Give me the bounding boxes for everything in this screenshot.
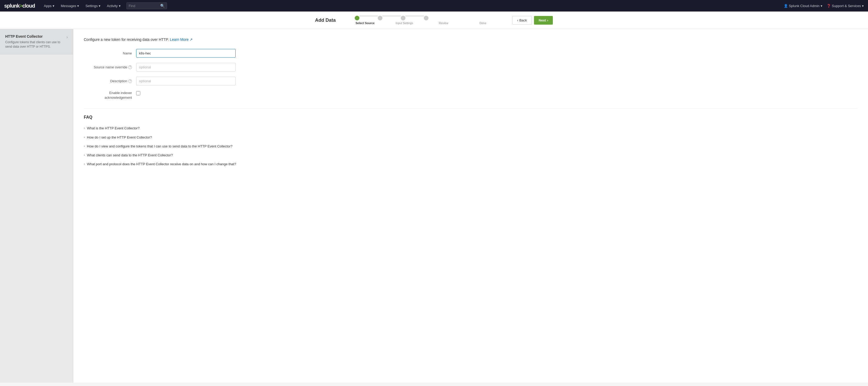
admin-dropdown-icon: ▾ xyxy=(820,4,823,8)
activity-label: Activity xyxy=(107,4,118,8)
wizard-header: Add Data Select Source Input Settings xyxy=(0,11,868,29)
step-label-review: Review xyxy=(433,22,454,25)
sidebar-chevron-icon: › xyxy=(66,35,68,39)
sidebar-item-content: HTTP Event Collector Configure tokens th… xyxy=(5,34,66,49)
learn-more-link[interactable]: Learn More ↗ xyxy=(170,37,193,42)
step-done xyxy=(424,16,429,21)
back-arrow-icon: ‹ xyxy=(517,18,518,22)
faq-chevron-1: › xyxy=(84,136,85,139)
step-dot-input-settings xyxy=(378,16,382,21)
faq-chevron-0: › xyxy=(84,126,85,130)
step-input-settings xyxy=(378,16,382,21)
step-connector-3 xyxy=(405,16,424,16)
faq-text-4: What port and protocol does the HTTP Eve… xyxy=(87,162,236,167)
next-arrow-icon: › xyxy=(547,18,548,22)
faq-item-3[interactable]: › What clients can send data to the HTTP… xyxy=(84,151,858,160)
name-label: Name xyxy=(84,51,136,55)
step-connector-2 xyxy=(382,16,401,16)
nav-items: Apps ▾ Messages ▾ Settings ▾ Activity ▾ … xyxy=(41,2,783,9)
content-intro: Configure a new token for receiving data… xyxy=(84,37,858,42)
description-help-icon[interactable]: ? xyxy=(128,79,132,83)
apps-label: Apps xyxy=(44,4,52,8)
sidebar-http-event-collector[interactable]: HTTP Event Collector Configure tokens th… xyxy=(0,29,73,55)
faq-text-2: How do I view and configure the tokens t… xyxy=(87,144,232,149)
content-area: Configure a new token for receiving data… xyxy=(73,29,868,383)
sidebar-item-title: HTTP Event Collector xyxy=(5,34,66,38)
splunk-logo[interactable]: splunk>cloud xyxy=(4,3,35,9)
description-label: Description ? xyxy=(84,79,136,83)
name-label-text: Name xyxy=(123,51,132,55)
faq-item-0[interactable]: › What is the HTTP Event Collector? xyxy=(84,124,858,133)
source-name-override-input[interactable] xyxy=(136,63,236,71)
description-input[interactable] xyxy=(136,77,236,85)
wizard-actions: ‹ Back Next › xyxy=(512,16,553,25)
faq-item-1[interactable]: › How do I set up the HTTP Event Collect… xyxy=(84,133,858,142)
faq-chevron-4: › xyxy=(84,162,85,166)
learn-more-text: Learn More xyxy=(170,37,189,42)
support-menu[interactable]: ❓ Support & Services ▾ xyxy=(827,4,864,8)
sidebar: HTTP Event Collector Configure tokens th… xyxy=(0,29,73,383)
external-link-icon: ↗ xyxy=(189,37,193,42)
step-label-done: Done xyxy=(472,22,493,25)
next-button[interactable]: Next › xyxy=(534,16,553,25)
faq-title: FAQ xyxy=(84,115,858,120)
enable-indexer-label: Enable indexer acknowledgement xyxy=(84,91,136,100)
question-icon: ❓ xyxy=(827,4,831,8)
messages-label: Messages xyxy=(61,4,76,8)
steps-labels: Select Source Input Settings Review Done xyxy=(355,21,493,25)
enable-indexer-group: Enable indexer acknowledgement xyxy=(84,91,858,100)
enable-indexer-label-line2: acknowledgement xyxy=(104,96,132,99)
messages-dropdown-icon: ▾ xyxy=(77,4,79,8)
sidebar-item-description: Configure tokens that clients can use to… xyxy=(5,40,66,49)
activity-menu[interactable]: Activity ▾ xyxy=(104,2,123,9)
search-input[interactable] xyxy=(129,4,160,8)
faq-item-2[interactable]: › How do I view and configure the tokens… xyxy=(84,142,858,151)
main-layout: HTTP Event Collector Configure tokens th… xyxy=(0,29,868,383)
faq-section: FAQ › What is the HTTP Event Collector? … xyxy=(84,109,858,169)
source-name-label: Source name override ? xyxy=(84,65,136,69)
steps-circles xyxy=(355,16,493,21)
faq-text-3: What clients can send data to the HTTP E… xyxy=(87,153,173,158)
step-label-input-settings: Input Settings xyxy=(394,22,415,25)
enable-indexer-label-line1: Enable indexer xyxy=(109,91,132,95)
messages-menu[interactable]: Messages ▾ xyxy=(58,2,82,9)
admin-label: Splunk Cloud Admin xyxy=(789,4,819,8)
faq-text-1: How do I set up the HTTP Event Collector… xyxy=(87,135,152,140)
step-select-source xyxy=(355,16,360,21)
intro-text: Configure a new token for receiving data… xyxy=(84,37,169,42)
settings-dropdown-icon: ▾ xyxy=(99,4,100,8)
faq-text-0: What is the HTTP Event Collector? xyxy=(87,126,140,131)
settings-label: Settings xyxy=(85,4,98,8)
settings-menu[interactable]: Settings ▾ xyxy=(83,2,103,9)
apps-menu[interactable]: Apps ▾ xyxy=(41,2,57,9)
faq-chevron-2: › xyxy=(84,144,85,148)
top-navigation: splunk>cloud Apps ▾ Messages ▾ Settings … xyxy=(0,0,868,11)
wizard-title: Add Data xyxy=(315,18,336,23)
source-name-override-group: Source name override ? xyxy=(84,63,858,71)
user-icon: 👤 xyxy=(784,4,788,8)
step-connector-1 xyxy=(360,16,378,16)
search-icon: 🔍 xyxy=(160,4,165,8)
support-dropdown-icon: ▾ xyxy=(862,4,864,8)
source-name-help-icon[interactable]: ? xyxy=(128,65,132,69)
next-label: Next xyxy=(539,18,546,22)
step-label-select-source: Select Source xyxy=(355,22,376,25)
step-dot-done xyxy=(424,16,429,21)
nav-right: 👤 Splunk Cloud Admin ▾ ❓ Support & Servi… xyxy=(784,4,864,8)
wizard-steps: Select Source Input Settings Review Done xyxy=(355,16,493,25)
enable-indexer-checkbox[interactable] xyxy=(136,91,140,95)
name-input[interactable] xyxy=(136,49,236,58)
description-field-group: Description ? xyxy=(84,77,858,85)
step-dot-review xyxy=(401,16,405,21)
step-review xyxy=(401,16,405,21)
faq-chevron-3: › xyxy=(84,153,85,157)
back-button[interactable]: ‹ Back xyxy=(512,16,532,25)
description-label-text: Description xyxy=(110,79,127,83)
name-field-group: Name xyxy=(84,49,858,58)
search-box[interactable]: 🔍 xyxy=(126,2,167,9)
step-dot-select-source xyxy=(355,16,360,21)
faq-item-4[interactable]: › What port and protocol does the HTTP E… xyxy=(84,160,858,169)
back-label: Back xyxy=(519,18,527,22)
admin-menu[interactable]: 👤 Splunk Cloud Admin ▾ xyxy=(784,4,823,8)
activity-dropdown-icon: ▾ xyxy=(119,4,121,8)
